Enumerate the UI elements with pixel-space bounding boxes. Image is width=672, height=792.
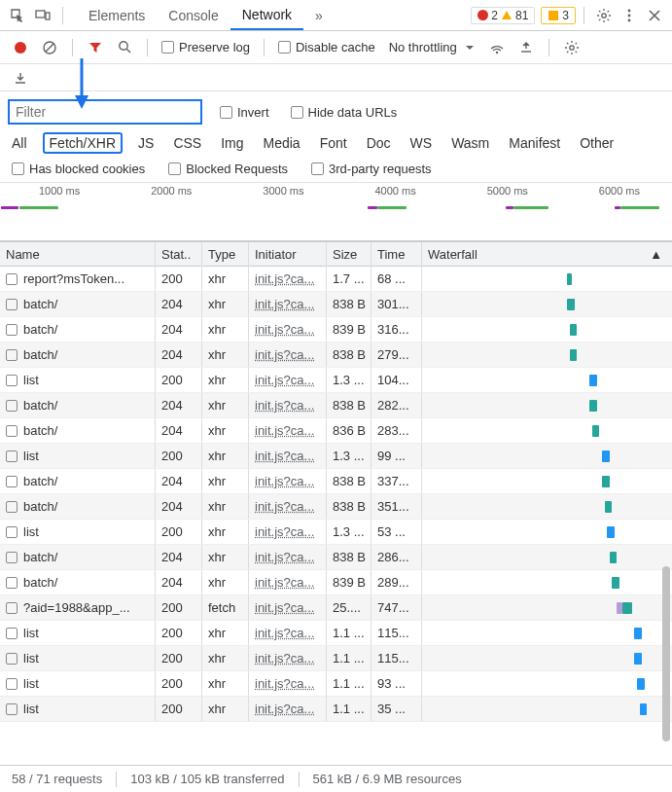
cell-initiator[interactable]: init.js?ca...	[249, 671, 327, 696]
table-row[interactable]: report?msToken...200xhrinit.js?ca...1.7 …	[0, 267, 672, 292]
table-row[interactable]: batch/204xhrinit.js?ca...839 B316...	[0, 317, 672, 342]
type-filter-manifest[interactable]: Manifest	[505, 133, 564, 153]
network-settings-icon[interactable]	[559, 35, 584, 60]
row-checkbox[interactable]	[6, 476, 18, 487]
table-row[interactable]: list200xhrinit.js?ca...1.3 ...104...	[0, 368, 672, 393]
cell-initiator[interactable]: init.js?ca...	[249, 292, 327, 316]
row-checkbox[interactable]	[6, 273, 18, 285]
device-toggle-icon[interactable]	[31, 4, 54, 27]
tab-network[interactable]: Network	[230, 1, 303, 30]
table-row[interactable]: list200xhrinit.js?ca...1.1 ...115...	[0, 621, 672, 646]
table-row[interactable]: batch/204xhrinit.js?ca...839 B289...	[0, 570, 672, 595]
cell-initiator[interactable]: init.js?ca...	[249, 545, 327, 569]
table-row[interactable]: batch/204xhrinit.js?ca...838 B351...	[0, 494, 672, 520]
import-har-icon[interactable]	[513, 35, 539, 60]
blocked-cookies-checkbox[interactable]: Has blocked cookies	[8, 162, 149, 176]
row-checkbox[interactable]	[6, 324, 18, 336]
row-checkbox[interactable]	[6, 602, 18, 614]
cell-initiator[interactable]: init.js?ca...	[249, 570, 327, 594]
type-filter-media[interactable]: Media	[260, 133, 304, 153]
settings-icon[interactable]	[592, 4, 616, 27]
cell-initiator[interactable]: init.js?ca...	[249, 368, 327, 392]
type-filter-font[interactable]: Font	[316, 133, 351, 153]
row-checkbox[interactable]	[6, 425, 18, 437]
type-filter-other[interactable]: Other	[576, 133, 618, 153]
network-conditions-icon[interactable]	[484, 35, 510, 60]
cell-initiator[interactable]: init.js?ca...	[249, 267, 327, 291]
more-menu-icon[interactable]	[618, 4, 641, 27]
type-filter-doc[interactable]: Doc	[363, 133, 395, 153]
row-checkbox[interactable]	[6, 577, 18, 589]
table-row[interactable]: list200xhrinit.js?ca...1.3 ...53 ...	[0, 520, 672, 545]
cell-initiator[interactable]: init.js?ca...	[249, 469, 327, 493]
cell-initiator[interactable]: init.js?ca...	[249, 418, 327, 443]
cell-initiator[interactable]: init.js?ca...	[249, 646, 327, 670]
row-checkbox[interactable]	[6, 526, 18, 538]
filter-input[interactable]	[8, 99, 202, 125]
close-icon[interactable]	[643, 4, 666, 27]
cell-initiator[interactable]: init.js?ca...	[249, 520, 327, 544]
row-checkbox[interactable]	[6, 678, 18, 690]
third-party-checkbox[interactable]: 3rd-party requests	[307, 162, 436, 176]
type-filter-ws[interactable]: WS	[407, 133, 437, 153]
cell-initiator[interactable]: init.js?ca...	[249, 393, 327, 417]
th-waterfall[interactable]: Waterfall▲	[422, 242, 672, 267]
timeline-overview[interactable]: 1000 ms2000 ms3000 ms4000 ms5000 ms6000 …	[0, 183, 672, 241]
table-row[interactable]: batch/204xhrinit.js?ca...838 B282...	[0, 393, 672, 418]
filter-toggle-icon[interactable]	[83, 35, 108, 60]
table-row[interactable]: list200xhrinit.js?ca...1.1 ...93 ...	[0, 671, 672, 697]
issues-badge[interactable]: 3	[541, 7, 576, 24]
row-checkbox[interactable]	[6, 501, 18, 513]
th-name[interactable]: Name	[0, 242, 156, 267]
cell-initiator[interactable]: init.js?ca...	[249, 697, 327, 721]
table-row[interactable]: batch/204xhrinit.js?ca...838 B337...	[0, 469, 672, 494]
type-filter-img[interactable]: Img	[217, 133, 247, 153]
hide-data-urls-checkbox[interactable]: Hide data URLs	[287, 105, 402, 120]
export-har-icon[interactable]	[8, 65, 33, 90]
type-filter-all[interactable]: All	[8, 133, 31, 153]
cell-initiator[interactable]: init.js?ca...	[249, 494, 327, 519]
disable-cache-checkbox[interactable]: Disable cache	[274, 40, 379, 54]
table-row[interactable]: batch/204xhrinit.js?ca...836 B283...	[0, 418, 672, 444]
table-row[interactable]: list200xhrinit.js?ca...1.3 ...99 ...	[0, 444, 672, 469]
clear-button[interactable]	[37, 35, 62, 60]
tab-console[interactable]: Console	[157, 2, 230, 29]
throttling-select[interactable]: No throttling	[383, 40, 480, 54]
type-filter-css[interactable]: CSS	[169, 133, 205, 153]
row-checkbox[interactable]	[6, 628, 18, 639]
row-checkbox[interactable]	[6, 349, 18, 361]
inspect-icon[interactable]	[6, 4, 29, 27]
row-checkbox[interactable]	[6, 450, 18, 462]
invert-checkbox[interactable]: Invert	[216, 105, 273, 120]
cell-initiator[interactable]: init.js?ca...	[249, 621, 327, 645]
tab-elements[interactable]: Elements	[77, 2, 157, 29]
row-checkbox[interactable]	[6, 375, 18, 386]
table-row[interactable]: batch/204xhrinit.js?ca...838 B279...	[0, 342, 672, 368]
table-row[interactable]: batch/204xhrinit.js?ca...838 B286...	[0, 545, 672, 570]
th-type[interactable]: Type	[202, 242, 249, 267]
row-checkbox[interactable]	[6, 653, 18, 665]
th-size[interactable]: Size	[327, 242, 371, 267]
table-row[interactable]: batch/204xhrinit.js?ca...838 B301...	[0, 292, 672, 317]
cell-initiator[interactable]: init.js?ca...	[249, 444, 327, 468]
cell-initiator[interactable]: init.js?ca...	[249, 342, 327, 367]
row-checkbox[interactable]	[6, 400, 18, 412]
type-filter-js[interactable]: JS	[134, 133, 158, 153]
table-row[interactable]: ?aid=1988&app_...200fetchinit.js?ca...25…	[0, 595, 672, 621]
row-checkbox[interactable]	[6, 299, 18, 310]
preserve-log-checkbox[interactable]: Preserve log	[158, 40, 254, 54]
th-status[interactable]: Stat..	[156, 242, 202, 267]
cell-initiator[interactable]: init.js?ca...	[249, 595, 327, 620]
type-filter-fetchxhr[interactable]: Fetch/XHR	[43, 132, 123, 154]
tabs-overflow[interactable]: »	[303, 2, 335, 29]
row-checkbox[interactable]	[6, 703, 18, 715]
search-icon[interactable]	[112, 35, 137, 60]
row-checkbox[interactable]	[6, 552, 18, 563]
type-filter-wasm[interactable]: Wasm	[447, 133, 493, 153]
blocked-requests-checkbox[interactable]: Blocked Requests	[164, 162, 292, 176]
th-initiator[interactable]: Initiator	[249, 242, 327, 267]
scrollbar[interactable]	[662, 566, 670, 741]
record-button[interactable]	[8, 35, 33, 60]
table-row[interactable]: list200xhrinit.js?ca...1.1 ...115...	[0, 646, 672, 671]
th-time[interactable]: Time	[371, 242, 422, 267]
